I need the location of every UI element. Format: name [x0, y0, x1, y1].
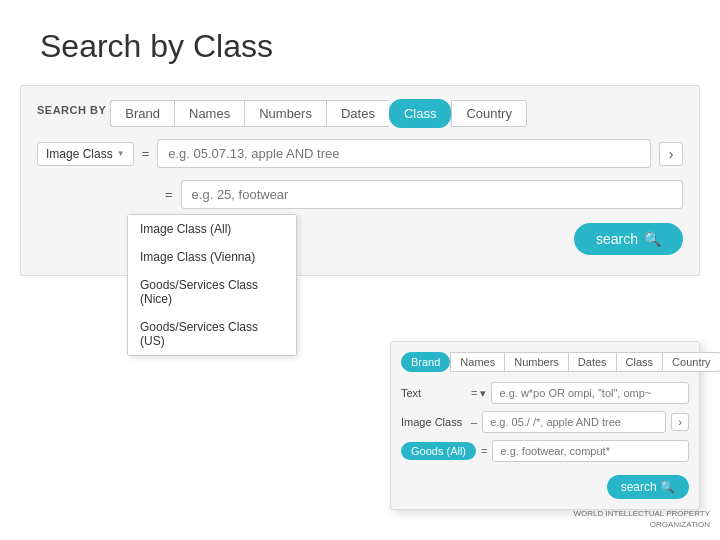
secondary-tab-country[interactable]: Country [662, 352, 720, 372]
secondary-goods-button[interactable]: Goods (All) [401, 442, 476, 460]
secondary-goods-eq: = [481, 445, 487, 457]
secondary-tab-names[interactable]: Names [450, 352, 504, 372]
secondary-image-row: Image Class – › [401, 411, 689, 433]
goods-class-row: = [37, 180, 683, 209]
secondary-text-eq: = ▾ [471, 387, 486, 400]
page-title: Search by Class [0, 0, 720, 85]
main-search-button[interactable]: search 🔍 [574, 223, 683, 255]
image-class-dropdown[interactable]: Image Class [37, 142, 134, 166]
secondary-goods-row: Goods (All) = [401, 440, 689, 462]
dropdown-item-us[interactable]: Goods/Services Class (US) [128, 313, 296, 355]
dropdown-label: Image Class [46, 147, 113, 161]
image-class-dropdown-menu: Image Class (All) Image Class (Vienna) G… [127, 214, 297, 356]
goods-class-input[interactable] [181, 180, 683, 209]
secondary-tab-dates[interactable]: Dates [568, 352, 616, 372]
secondary-search-icon: 🔍 [660, 480, 675, 494]
image-class-input[interactable] [157, 139, 651, 168]
secondary-tab-class[interactable]: Class [616, 352, 663, 372]
tab-brand[interactable]: Brand [110, 100, 174, 127]
secondary-goods-input[interactable] [492, 440, 689, 462]
secondary-text-label: Text [401, 387, 466, 399]
search-section: SEARCH BY Brand Names Numbers Dates Clas… [20, 85, 700, 276]
tab-numbers[interactable]: Numbers [244, 100, 326, 127]
secondary-tab-brand[interactable]: Brand [401, 352, 450, 372]
dropdown-item-nice[interactable]: Goods/Services Class (Nice) [128, 271, 296, 313]
secondary-image-input[interactable] [482, 411, 666, 433]
dropdown-item-all[interactable]: Image Class (All) [128, 215, 296, 243]
secondary-tab-numbers[interactable]: Numbers [504, 352, 568, 372]
search-by-label: SEARCH BY [37, 104, 106, 116]
dropdown-item-vienna[interactable]: Image Class (Vienna) [128, 243, 296, 271]
tab-names[interactable]: Names [174, 100, 244, 127]
wipo-logo: WORLD INTELLECTUAL PROPERTY ORGANIZATION [574, 508, 710, 530]
secondary-search-button[interactable]: search 🔍 [607, 475, 689, 499]
secondary-panel: Brand Names Numbers Dates Class Country … [390, 341, 700, 510]
image-class-row: Image Class Image Class (All) Image Clas… [37, 139, 683, 168]
image-class-arrow[interactable]: › [659, 142, 683, 166]
main-tab-bar: Brand Names Numbers Dates Class Country [110, 100, 527, 127]
secondary-image-label: Image Class [401, 416, 466, 428]
search-icon: 🔍 [644, 231, 661, 247]
tab-country[interactable]: Country [451, 100, 527, 127]
secondary-text-row: Text = ▾ [401, 382, 689, 404]
tab-class[interactable]: Class [389, 99, 452, 128]
secondary-image-arrow[interactable]: › [671, 413, 689, 431]
eq-sign-1: = [142, 146, 150, 161]
secondary-tab-bar: Brand Names Numbers Dates Class Country [401, 352, 689, 372]
tab-dates[interactable]: Dates [326, 100, 389, 127]
secondary-image-dash: – [471, 416, 477, 428]
eq-sign-2: = [165, 187, 173, 202]
secondary-text-input[interactable] [491, 382, 689, 404]
